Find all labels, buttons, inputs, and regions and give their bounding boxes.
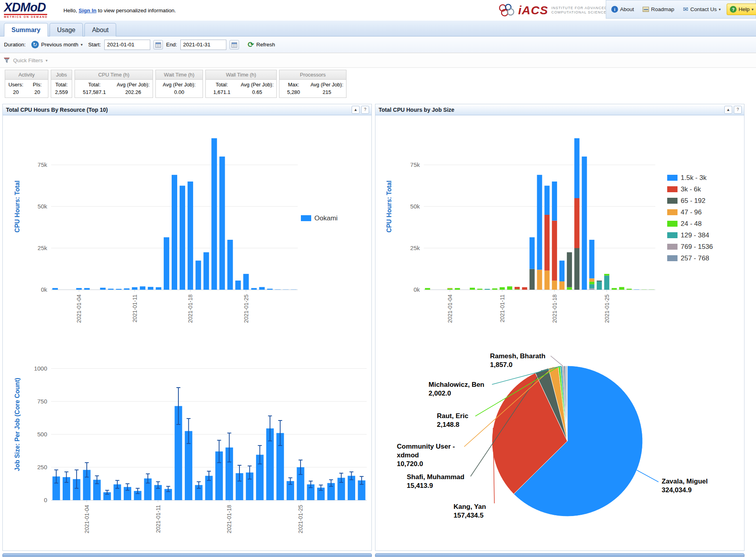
svg-text:250: 250 bbox=[37, 464, 47, 470]
stat-cpu-time: CPU Time (h) Total:517,587.1 Avg (Per Jo… bbox=[75, 70, 153, 98]
stat-label: Total: bbox=[54, 80, 69, 88]
info-icon: i bbox=[611, 6, 618, 13]
svg-text:47 - 96: 47 - 96 bbox=[681, 208, 702, 216]
iacs-logo: iACS INSTITUTE FOR ADVANCED COMPUTATIONA… bbox=[498, 2, 607, 19]
panel-cpu-hours-by-job-size: Total CPU Hours by Job Size ▲ ? 0k25k50k… bbox=[375, 104, 745, 551]
panel-cpu-hours-by-resource: Total CPU Hours By Resource (Top 10) ▲ ?… bbox=[2, 104, 372, 551]
svg-text:0: 0 bbox=[44, 497, 47, 503]
stat-value: 1,671.1 bbox=[209, 88, 235, 97]
summary-statistics: Activity Users:20 PIs:20 Jobs Total:2,55… bbox=[5, 70, 346, 98]
chevron-down-icon: ▾ bbox=[752, 7, 754, 11]
collapsed-next-panel-header[interactable] bbox=[375, 553, 745, 557]
iacs-rings-icon bbox=[498, 4, 516, 17]
svg-text:xdmod: xdmod bbox=[397, 451, 419, 459]
svg-text:500: 500 bbox=[37, 431, 47, 438]
chevron-down-icon: ▾ bbox=[46, 58, 48, 63]
refresh-button[interactable]: ⟳ Refresh bbox=[248, 40, 275, 49]
contact-us-nav-button[interactable]: ✉ Contact Us ▾ bbox=[680, 4, 723, 15]
svg-text:750: 750 bbox=[37, 398, 47, 405]
svg-text:75k: 75k bbox=[38, 161, 48, 168]
svg-text:0k: 0k bbox=[413, 286, 420, 293]
job-size-per-job-chart: 02505007501000Job Size: Per Job (Core Co… bbox=[3, 339, 371, 550]
quick-filters-bar: Quick Filters ▾ bbox=[0, 53, 756, 68]
svg-text:65 - 192: 65 - 192 bbox=[681, 197, 705, 205]
svg-text:Ookami: Ookami bbox=[314, 214, 338, 222]
panel-header: Total CPU Hours by Job Size ▲ ? bbox=[375, 104, 744, 115]
resource-legend[interactable]: Ookami bbox=[301, 214, 338, 222]
svg-text:Kang, Yan: Kang, Yan bbox=[454, 503, 486, 510]
tab-summary[interactable]: Summary bbox=[4, 23, 48, 36]
end-date-input[interactable] bbox=[180, 40, 226, 50]
panel-help-button[interactable]: ? bbox=[734, 106, 742, 114]
iacs-subtitle-line1: INSTITUTE FOR ADVANCED bbox=[551, 6, 607, 10]
stat-label: Avg (Per Job): bbox=[310, 80, 343, 88]
svg-text:2021-01-25: 2021-01-25 bbox=[243, 294, 249, 323]
jobsize-bars bbox=[425, 138, 654, 290]
help-nav-button[interactable]: ? Help ▾ bbox=[727, 4, 756, 15]
svg-text:Raut, Eric: Raut, Eric bbox=[437, 412, 468, 420]
svg-text:2021-01-18: 2021-01-18 bbox=[551, 294, 558, 323]
svg-text:2021-01-11: 2021-01-11 bbox=[499, 294, 505, 323]
about-nav-button[interactable]: i About bbox=[609, 4, 637, 15]
stat-value: 0.00 bbox=[159, 88, 200, 97]
start-date-input[interactable] bbox=[104, 40, 150, 50]
panel-help-button[interactable]: ? bbox=[361, 106, 369, 114]
pie-slices bbox=[492, 366, 643, 516]
jobsize-legend[interactable]: 1.5k - 3k3k - 6k65 - 19247 - 9624 - 4812… bbox=[667, 174, 713, 262]
end-label: End: bbox=[166, 42, 177, 48]
collapse-panel-button[interactable]: ▲ bbox=[724, 106, 732, 114]
xdmod-logo[interactable]: XDMoD METRICS ON DEMAND bbox=[4, 1, 56, 18]
panel-title: Total CPU Hours By Resource (Top 10) bbox=[6, 107, 350, 113]
svg-text:2021-01-04: 2021-01-04 bbox=[447, 294, 453, 323]
svg-text:2021-01-25: 2021-01-25 bbox=[604, 294, 610, 323]
iacs-subtitle: INSTITUTE FOR ADVANCED COMPUTATIONAL SCI… bbox=[551, 6, 607, 15]
cpu-hours-by-resource-chart: 0k25k50k75kCPU Hours: Total2021-01-04202… bbox=[3, 115, 371, 339]
stat-header: CPU Time (h) bbox=[75, 70, 153, 80]
svg-text:50k: 50k bbox=[38, 203, 48, 210]
xdmod-logo-subtitle: METRICS ON DEMAND bbox=[4, 15, 56, 18]
stat-header: Wall Time (h) bbox=[206, 70, 276, 80]
stat-label: Max: bbox=[282, 80, 305, 88]
svg-text:3k - 6k: 3k - 6k bbox=[681, 185, 701, 193]
svg-text:769 - 1536: 769 - 1536 bbox=[681, 243, 713, 250]
svg-text:0k: 0k bbox=[41, 286, 47, 293]
stat-value: 20 bbox=[29, 88, 45, 97]
collapse-panel-button[interactable]: ▲ bbox=[352, 106, 360, 114]
stat-value: 215 bbox=[310, 88, 343, 97]
stat-value: 0.65 bbox=[241, 88, 274, 97]
svg-text:1,857.0: 1,857.0 bbox=[490, 361, 513, 369]
help-nav-label: Help bbox=[739, 6, 750, 12]
svg-text:157,434.5: 157,434.5 bbox=[454, 512, 484, 519]
sign-in-link[interactable]: Sign In bbox=[78, 8, 96, 13]
duration-label: Duration: bbox=[4, 42, 26, 48]
tab-usage[interactable]: Usage bbox=[50, 23, 83, 36]
stat-header: Activity bbox=[5, 70, 48, 80]
stat-value: 20 bbox=[8, 88, 24, 97]
svg-text:Zavala, Miguel: Zavala, Miguel bbox=[662, 478, 708, 485]
filter-funnel-icon bbox=[3, 57, 10, 64]
top-bar: XDMoD METRICS ON DEMAND Hello, Sign In t… bbox=[0, 0, 756, 21]
end-date-calendar-button[interactable] bbox=[230, 40, 239, 50]
greeting-post: to view personalized information. bbox=[98, 8, 176, 13]
quick-filters-button[interactable]: Quick Filters bbox=[13, 57, 43, 63]
roadmap-nav-button[interactable]: Roadmap bbox=[640, 4, 677, 14]
stat-value: 517,587.1 bbox=[78, 88, 111, 97]
greeting-pre: Hello, bbox=[63, 8, 77, 13]
start-date-calendar-button[interactable] bbox=[153, 40, 163, 50]
stat-label: Total: bbox=[209, 80, 235, 88]
duration-preset-button[interactable]: ↻ Previous month ▾ bbox=[29, 39, 85, 50]
tab-about[interactable]: About bbox=[84, 23, 116, 36]
svg-text:324,034.9: 324,034.9 bbox=[662, 486, 692, 494]
svg-text:1.5k - 3k: 1.5k - 3k bbox=[681, 174, 707, 182]
svg-text:10,720.0: 10,720.0 bbox=[397, 460, 423, 468]
calendar-icon bbox=[155, 42, 161, 48]
start-label: Start: bbox=[88, 42, 101, 48]
calendar-icon bbox=[232, 42, 237, 48]
svg-text:75k: 75k bbox=[410, 161, 420, 168]
stat-value: 5,280 bbox=[282, 88, 305, 97]
stat-activity: Activity Users:20 PIs:20 bbox=[5, 70, 48, 98]
collapsed-next-panel-header[interactable] bbox=[2, 553, 372, 557]
panel-header: Total CPU Hours By Resource (Top 10) ▲ ? bbox=[3, 104, 371, 115]
duration-preset-value: Previous month bbox=[41, 42, 78, 48]
stat-label: Users: bbox=[8, 80, 24, 88]
